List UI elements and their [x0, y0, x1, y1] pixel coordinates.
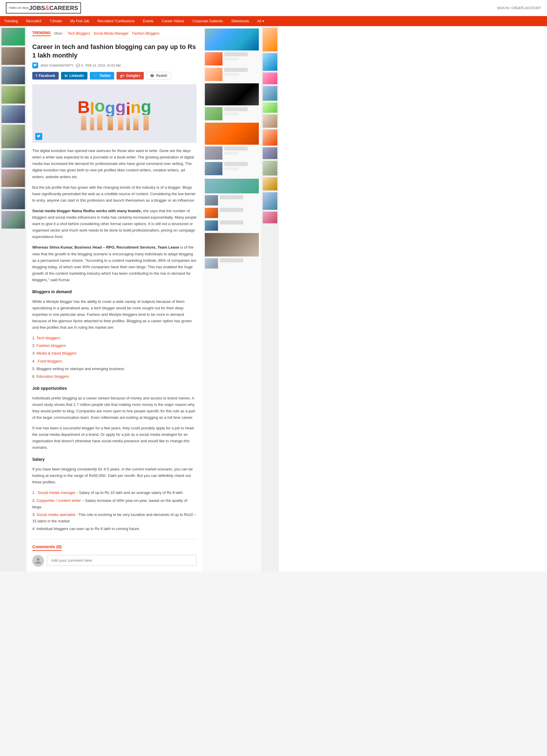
main-nav: Trending RecruiteX TJinsite My First Job…	[0, 16, 547, 26]
comment-avatar	[32, 555, 44, 567]
list-item: 4. Individual bloggers can earn up to Rs…	[32, 526, 197, 532]
trending-link-tech[interactable]: Tech Bloggers	[68, 31, 90, 36]
comment-input-row	[32, 555, 197, 567]
right-sidebar-item	[205, 258, 259, 269]
comments-title: Comments (0)	[32, 544, 62, 551]
right-sidebar-thumb[interactable]	[205, 179, 259, 193]
left-sidebar-item[interactable]	[1, 47, 25, 65]
nav-events[interactable]: Events	[139, 16, 158, 26]
left-sidebar-item[interactable]	[1, 125, 25, 148]
left-sidebar-item[interactable]	[1, 105, 25, 123]
article-para-1: The digital evolution has opened new ave…	[32, 148, 197, 180]
right-sidebar	[202, 26, 261, 571]
twitter-badge	[35, 133, 42, 140]
comment-input[interactable]	[47, 555, 197, 566]
far-right-item[interactable]	[263, 114, 277, 128]
nav-trending[interactable]: Trending	[0, 16, 22, 26]
education-bloggers-link[interactable]: Education bloggers	[36, 374, 69, 379]
right-thumb[interactable]	[205, 258, 218, 269]
list-item: 1 . Social media manager - Salary of up …	[32, 490, 197, 496]
right-label	[220, 195, 243, 199]
right-meta	[224, 112, 239, 115]
nav-recruitex[interactable]: RecruiteX	[22, 16, 46, 26]
trending-link-social[interactable]: Social Media Manager	[94, 31, 129, 36]
media-travel-link[interactable]: Media & travel bloggers	[36, 351, 77, 355]
far-right-item[interactable]	[263, 28, 277, 51]
food-bloggers-link[interactable]: Food bloggers	[38, 359, 62, 363]
right-sidebar-item	[205, 107, 259, 120]
facebook-button[interactable]: f Facebook	[32, 72, 59, 80]
copywriter-link[interactable]: Copywriter / content writer	[36, 498, 81, 503]
far-right-item[interactable]	[263, 86, 277, 101]
right-thumb[interactable]	[205, 107, 222, 120]
trending-link-fashion[interactable]: Fashion Bloggers	[132, 31, 159, 36]
list-item: 2. Copywriter / content writer – Salary …	[32, 497, 197, 510]
logo[interactable]: TIMES OF INDIA JOBS & CAREERS	[6, 2, 81, 13]
right-label	[224, 68, 248, 72]
logo-careers: CAREERS	[49, 5, 78, 11]
right-thumb[interactable]	[205, 52, 222, 65]
linkedin-button[interactable]: in Linkedin	[61, 72, 87, 80]
right-label	[220, 220, 243, 225]
right-sidebar-thumb[interactable]	[205, 83, 259, 105]
left-sidebar-item[interactable]	[1, 189, 25, 209]
trending-more: More :	[54, 31, 64, 36]
right-sidebar-thumb[interactable]	[205, 28, 259, 50]
far-right-item[interactable]	[263, 129, 277, 146]
main-content: TRENDING More : Tech Bloggers Social Med…	[26, 26, 202, 571]
far-right-item[interactable]	[263, 212, 277, 223]
twitter-button[interactable]: 🐦 Twitter	[90, 72, 114, 80]
far-right-item[interactable]	[263, 192, 277, 210]
right-sidebar-thumb[interactable]	[205, 123, 259, 145]
reddit-button[interactable]: 👽 Reddit	[146, 72, 171, 80]
signin-link[interactable]: SIGN IN / CREATE ACCOUNT	[497, 6, 541, 10]
article-body: The digital evolution has opened new ave…	[32, 148, 197, 532]
right-thumb[interactable]	[205, 195, 218, 205]
left-sidebar-item[interactable]	[1, 67, 25, 84]
section3-para: If you have been blogging consistently f…	[32, 466, 197, 485]
article-meta: ANGI CHAKRAVORTY 💬 0 FEB 16, 2018, 10:03…	[32, 63, 197, 68]
right-thumb[interactable]	[205, 162, 222, 175]
nav-recruiters-confessions[interactable]: Recruiters' Confessions	[93, 16, 139, 26]
fashion-bloggers-link[interactable]: Fashion bloggers	[36, 343, 66, 348]
nav-career-videos[interactable]: Career Videos	[158, 16, 188, 26]
nav-corporate-galleries[interactable]: Corporate Galleries	[188, 16, 227, 26]
right-sidebar-item	[205, 68, 259, 81]
left-sidebar-item[interactable]	[1, 86, 25, 104]
nav-all[interactable]: All ▾	[253, 16, 268, 26]
left-sidebar-item[interactable]	[1, 150, 25, 168]
right-thumb[interactable]	[205, 208, 218, 218]
right-thumb[interactable]	[205, 146, 222, 160]
list-item: 2. Fashion bloggers	[32, 342, 197, 349]
right-sidebar-section2	[205, 179, 259, 269]
far-right-item[interactable]	[263, 102, 277, 113]
left-sidebar-item[interactable]	[1, 169, 25, 187]
googleplus-button[interactable]: g+ Google+	[117, 72, 144, 80]
right-sidebar-item	[205, 220, 259, 231]
social-media-specialist-link[interactable]: Social media specialist	[36, 512, 75, 517]
bloggers-list: 1. Tech bloggers 2. Fashion bloggers 3. …	[32, 335, 197, 380]
right-label	[224, 107, 248, 111]
tech-bloggers-link[interactable]: Tech bloggers	[36, 336, 60, 340]
social-buttons: f Facebook in Linkedin 🐦 Twitter g+ Goog…	[32, 72, 197, 80]
nav-myfirstjob[interactable]: My First Job	[66, 16, 93, 26]
left-sidebar-item[interactable]	[1, 211, 25, 229]
right-sidebar-thumb[interactable]	[205, 233, 259, 257]
far-right-item[interactable]	[263, 161, 277, 175]
far-right-item[interactable]	[263, 53, 277, 71]
social-media-manager-link[interactable]: Social media manager	[38, 490, 75, 495]
article-para-2: But the job profile that has grown with …	[32, 184, 197, 204]
left-sidebar-item[interactable]	[1, 28, 25, 45]
far-right-item[interactable]	[263, 72, 277, 84]
author-name: ANGI CHAKRAVORTY	[40, 64, 74, 67]
far-right-item[interactable]	[263, 177, 277, 190]
nav-tjinsite[interactable]: TJinsite	[46, 16, 66, 26]
header: TIMES OF INDIA JOBS & CAREERS SIGN IN / …	[0, 0, 547, 16]
para3-rest: she says that the number of bloggers and…	[32, 209, 197, 239]
right-thumb[interactable]	[205, 68, 222, 81]
right-thumb[interactable]	[205, 220, 218, 231]
right-meta	[224, 58, 239, 60]
nav-slideshows[interactable]: Slideshows	[227, 16, 253, 26]
far-right-item[interactable]	[263, 147, 277, 159]
section1-para: While a lifestyle blogger has the abilit…	[32, 298, 197, 331]
